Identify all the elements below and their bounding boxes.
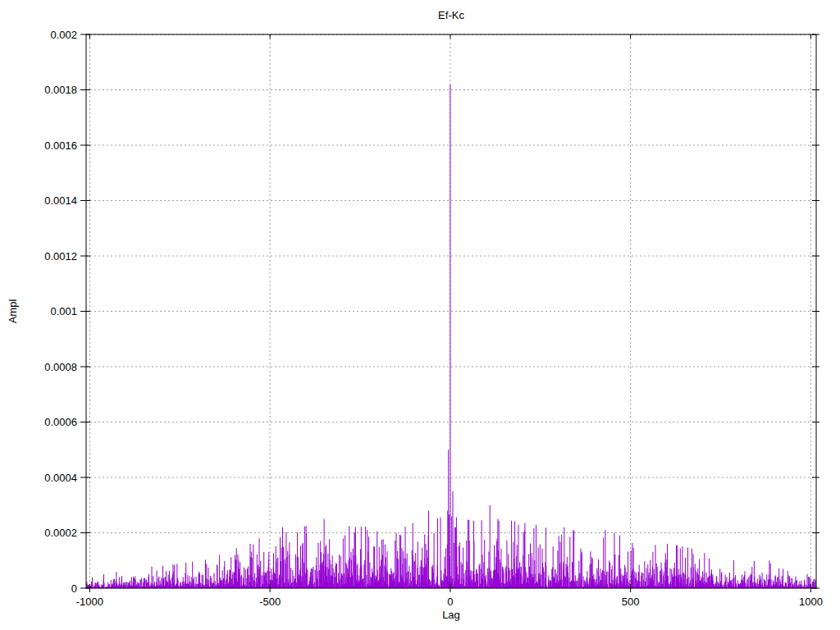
chart-title: Ef-Kc [86,9,816,21]
chart-canvas: 00.00020.00040.00060.00080.0010.00120.00… [0,0,840,630]
x-axis-label: Lag [86,609,816,621]
x-tick-label: 1000 [799,596,823,608]
x-tick-label: -1000 [76,596,103,608]
y-axis-label: Ampl [7,287,19,336]
x-tick-label: 0 [447,596,453,608]
y-tick-label: 0 [71,582,77,595]
y-tick-label: 0.0008 [44,361,77,373]
impulse-series [86,84,816,588]
y-tick-label: 0.0014 [44,194,77,207]
y-tick-label: 0.0016 [44,139,77,152]
x-tick-label: -500 [259,596,281,608]
grid-lines [86,34,816,588]
y-tick-label: 0.0002 [44,527,77,539]
x-tick-label: 500 [622,596,640,608]
y-tick-label: 0.0012 [44,250,77,262]
y-tick-label: 0.0006 [44,416,77,428]
y-tick-label: 0.002 [50,29,77,41]
y-tick-label: 0.0004 [44,472,77,484]
y-tick-label: 0.001 [50,305,77,317]
y-tick-label: 0.0018 [44,84,77,96]
chart: Ef-Kc Ampl Lag 00.00020.00040.00060.0008… [0,0,840,630]
